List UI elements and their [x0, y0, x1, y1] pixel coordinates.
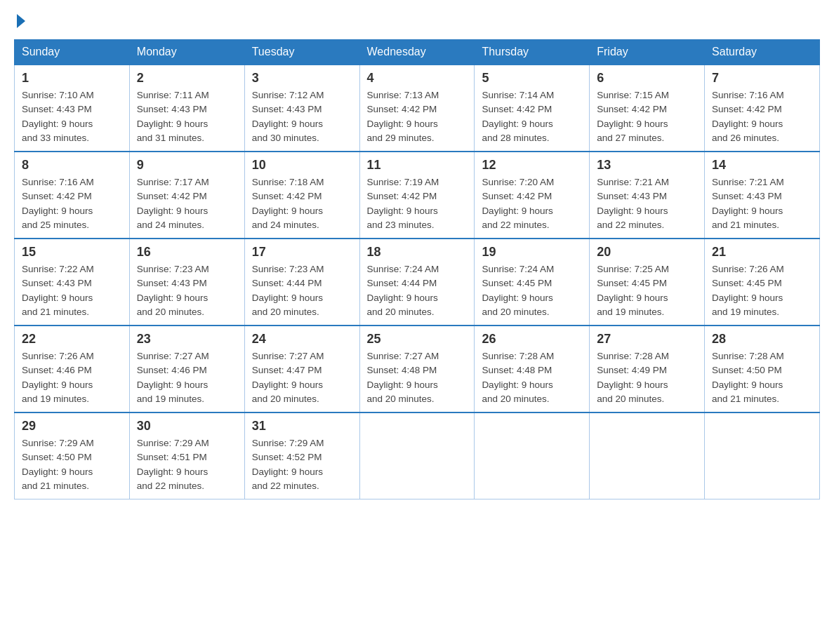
day-number: 27 [597, 332, 697, 347]
logo [14, 14, 25, 28]
day-number: 22 [22, 332, 122, 347]
calendar-day-header: Monday [129, 40, 244, 65]
day-number: 30 [137, 419, 237, 434]
calendar-day-cell [590, 412, 705, 499]
day-info: Sunrise: 7:28 AM Sunset: 4:49 PM Dayligh… [597, 349, 697, 406]
day-number: 8 [22, 158, 122, 173]
day-info: Sunrise: 7:26 AM Sunset: 4:45 PM Dayligh… [712, 262, 812, 319]
day-info: Sunrise: 7:15 AM Sunset: 4:42 PM Dayligh… [597, 88, 697, 145]
day-info: Sunrise: 7:14 AM Sunset: 4:42 PM Dayligh… [482, 88, 582, 145]
calendar-day-header: Thursday [475, 40, 590, 65]
calendar-day-cell: 14 Sunrise: 7:21 AM Sunset: 4:43 PM Dayl… [705, 152, 820, 239]
calendar-day-cell: 9 Sunrise: 7:17 AM Sunset: 4:42 PM Dayli… [129, 152, 244, 239]
calendar-day-header: Tuesday [244, 40, 359, 65]
day-number: 31 [252, 419, 352, 434]
calendar-day-header: Saturday [705, 40, 820, 65]
day-info: Sunrise: 7:28 AM Sunset: 4:48 PM Dayligh… [482, 349, 582, 406]
day-info: Sunrise: 7:22 AM Sunset: 4:43 PM Dayligh… [22, 262, 122, 319]
day-info: Sunrise: 7:21 AM Sunset: 4:43 PM Dayligh… [597, 175, 697, 232]
day-number: 20 [597, 245, 697, 260]
day-info: Sunrise: 7:25 AM Sunset: 4:45 PM Dayligh… [597, 262, 697, 319]
day-number: 11 [367, 158, 468, 173]
day-number: 18 [367, 245, 468, 260]
logo-arrow-icon [17, 14, 25, 28]
day-info: Sunrise: 7:28 AM Sunset: 4:50 PM Dayligh… [712, 349, 812, 406]
calendar-day-cell: 31 Sunrise: 7:29 AM Sunset: 4:52 PM Dayl… [244, 412, 359, 499]
calendar-day-cell: 23 Sunrise: 7:27 AM Sunset: 4:46 PM Dayl… [129, 326, 244, 412]
calendar-table: SundayMondayTuesdayWednesdayThursdayFrid… [14, 39, 820, 499]
day-number: 24 [252, 332, 352, 347]
day-number: 5 [482, 71, 582, 86]
day-info: Sunrise: 7:13 AM Sunset: 4:42 PM Dayligh… [367, 88, 468, 145]
day-info: Sunrise: 7:12 AM Sunset: 4:43 PM Dayligh… [252, 88, 352, 145]
calendar-day-header: Friday [590, 40, 705, 65]
calendar-day-cell: 19 Sunrise: 7:24 AM Sunset: 4:45 PM Dayl… [475, 239, 590, 326]
calendar-day-cell: 15 Sunrise: 7:22 AM Sunset: 4:43 PM Dayl… [15, 239, 130, 326]
day-info: Sunrise: 7:11 AM Sunset: 4:43 PM Dayligh… [137, 88, 237, 145]
day-number: 19 [482, 245, 582, 260]
day-info: Sunrise: 7:29 AM Sunset: 4:50 PM Dayligh… [22, 436, 122, 493]
calendar-day-cell: 3 Sunrise: 7:12 AM Sunset: 4:43 PM Dayli… [244, 65, 359, 152]
calendar-day-cell [475, 412, 590, 499]
calendar-week-row: 29 Sunrise: 7:29 AM Sunset: 4:50 PM Dayl… [15, 412, 820, 499]
calendar-day-cell: 18 Sunrise: 7:24 AM Sunset: 4:44 PM Dayl… [359, 239, 475, 326]
calendar-day-cell: 30 Sunrise: 7:29 AM Sunset: 4:51 PM Dayl… [129, 412, 244, 499]
calendar-week-row: 22 Sunrise: 7:26 AM Sunset: 4:46 PM Dayl… [15, 326, 820, 412]
day-info: Sunrise: 7:16 AM Sunset: 4:42 PM Dayligh… [712, 88, 812, 145]
calendar-day-cell: 8 Sunrise: 7:16 AM Sunset: 4:42 PM Dayli… [15, 152, 130, 239]
day-info: Sunrise: 7:24 AM Sunset: 4:44 PM Dayligh… [367, 262, 468, 319]
calendar-day-header: Wednesday [359, 40, 475, 65]
day-info: Sunrise: 7:23 AM Sunset: 4:43 PM Dayligh… [137, 262, 237, 319]
day-info: Sunrise: 7:16 AM Sunset: 4:42 PM Dayligh… [22, 175, 122, 232]
day-number: 29 [22, 419, 122, 434]
day-number: 17 [252, 245, 352, 260]
day-number: 6 [597, 71, 697, 86]
calendar-day-cell: 2 Sunrise: 7:11 AM Sunset: 4:43 PM Dayli… [129, 65, 244, 152]
header [14, 14, 820, 28]
calendar-day-cell: 12 Sunrise: 7:20 AM Sunset: 4:42 PM Dayl… [475, 152, 590, 239]
calendar-day-cell: 5 Sunrise: 7:14 AM Sunset: 4:42 PM Dayli… [475, 65, 590, 152]
calendar-day-cell: 4 Sunrise: 7:13 AM Sunset: 4:42 PM Dayli… [359, 65, 475, 152]
calendar-day-cell: 21 Sunrise: 7:26 AM Sunset: 4:45 PM Dayl… [705, 239, 820, 326]
calendar-day-cell: 1 Sunrise: 7:10 AM Sunset: 4:43 PM Dayli… [15, 65, 130, 152]
day-number: 16 [137, 245, 237, 260]
day-info: Sunrise: 7:21 AM Sunset: 4:43 PM Dayligh… [712, 175, 812, 232]
day-info: Sunrise: 7:23 AM Sunset: 4:44 PM Dayligh… [252, 262, 352, 319]
calendar-week-row: 1 Sunrise: 7:10 AM Sunset: 4:43 PM Dayli… [15, 65, 820, 152]
day-number: 23 [137, 332, 237, 347]
calendar-day-cell: 22 Sunrise: 7:26 AM Sunset: 4:46 PM Dayl… [15, 326, 130, 412]
calendar-day-cell: 27 Sunrise: 7:28 AM Sunset: 4:49 PM Dayl… [590, 326, 705, 412]
day-number: 14 [712, 158, 812, 173]
calendar-day-cell: 24 Sunrise: 7:27 AM Sunset: 4:47 PM Dayl… [244, 326, 359, 412]
calendar-day-cell: 28 Sunrise: 7:28 AM Sunset: 4:50 PM Dayl… [705, 326, 820, 412]
day-number: 1 [22, 71, 122, 86]
day-info: Sunrise: 7:17 AM Sunset: 4:42 PM Dayligh… [137, 175, 237, 232]
day-info: Sunrise: 7:19 AM Sunset: 4:42 PM Dayligh… [367, 175, 468, 232]
day-number: 2 [137, 71, 237, 86]
day-number: 9 [137, 158, 237, 173]
day-info: Sunrise: 7:26 AM Sunset: 4:46 PM Dayligh… [22, 349, 122, 406]
calendar-week-row: 15 Sunrise: 7:22 AM Sunset: 4:43 PM Dayl… [15, 239, 820, 326]
day-info: Sunrise: 7:27 AM Sunset: 4:47 PM Dayligh… [252, 349, 352, 406]
calendar-day-cell: 26 Sunrise: 7:28 AM Sunset: 4:48 PM Dayl… [475, 326, 590, 412]
calendar-day-cell: 11 Sunrise: 7:19 AM Sunset: 4:42 PM Dayl… [359, 152, 475, 239]
day-info: Sunrise: 7:18 AM Sunset: 4:42 PM Dayligh… [252, 175, 352, 232]
calendar-day-cell: 17 Sunrise: 7:23 AM Sunset: 4:44 PM Dayl… [244, 239, 359, 326]
calendar-day-cell: 13 Sunrise: 7:21 AM Sunset: 4:43 PM Dayl… [590, 152, 705, 239]
day-number: 12 [482, 158, 582, 173]
day-info: Sunrise: 7:20 AM Sunset: 4:42 PM Dayligh… [482, 175, 582, 232]
day-number: 3 [252, 71, 352, 86]
day-info: Sunrise: 7:27 AM Sunset: 4:46 PM Dayligh… [137, 349, 237, 406]
day-number: 26 [482, 332, 582, 347]
day-number: 28 [712, 332, 812, 347]
calendar-day-cell [359, 412, 475, 499]
calendar-week-row: 8 Sunrise: 7:16 AM Sunset: 4:42 PM Dayli… [15, 152, 820, 239]
calendar-day-cell [705, 412, 820, 499]
calendar-day-cell: 10 Sunrise: 7:18 AM Sunset: 4:42 PM Dayl… [244, 152, 359, 239]
calendar-day-cell: 20 Sunrise: 7:25 AM Sunset: 4:45 PM Dayl… [590, 239, 705, 326]
day-number: 25 [367, 332, 468, 347]
calendar-header-row: SundayMondayTuesdayWednesdayThursdayFrid… [15, 40, 820, 65]
day-number: 7 [712, 71, 812, 86]
day-number: 15 [22, 245, 122, 260]
day-info: Sunrise: 7:29 AM Sunset: 4:51 PM Dayligh… [137, 436, 237, 493]
